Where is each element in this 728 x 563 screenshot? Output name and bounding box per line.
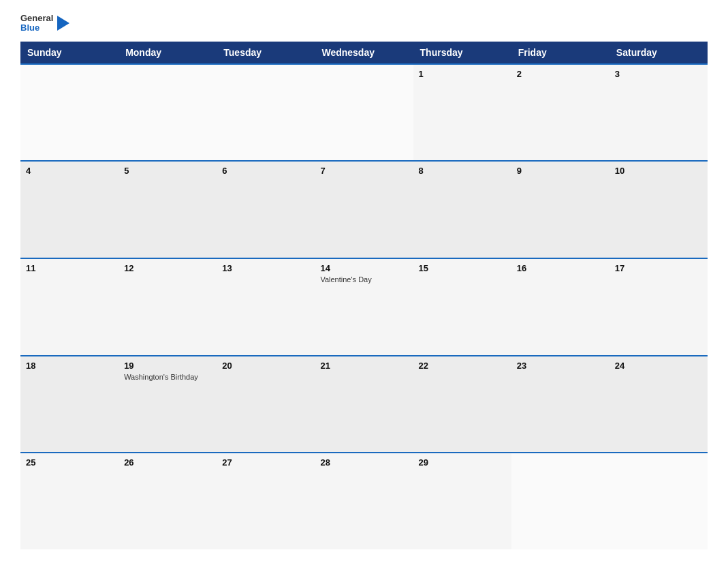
day-cell: 7 — [315, 162, 413, 258]
day-number: 5 — [124, 166, 211, 176]
header-friday: Friday — [511, 42, 610, 63]
day-number: 23 — [517, 361, 604, 371]
header-saturday: Saturday — [610, 42, 708, 63]
day-number: 27 — [222, 457, 309, 468]
day-cell: 2 — [511, 65, 610, 161]
day-number: 17 — [615, 263, 702, 273]
event-label: Washington's Birthday — [124, 372, 211, 382]
day-cell: 19Washington's Birthday — [118, 356, 217, 453]
day-number: 7 — [320, 166, 407, 176]
day-number: 16 — [517, 263, 604, 273]
day-number: 11 — [26, 263, 113, 273]
day-number: 26 — [124, 457, 211, 468]
day-number: 18 — [26, 361, 113, 371]
day-cell: 15 — [413, 259, 511, 355]
day-cell: 29 — [413, 453, 511, 549]
day-number: 9 — [517, 166, 604, 176]
day-number: 15 — [419, 263, 506, 273]
day-number: 3 — [615, 69, 702, 79]
day-cell: 13 — [217, 259, 315, 355]
day-cell: 3 — [610, 65, 708, 161]
day-cell — [610, 453, 708, 549]
logo-text: General Blue — [20, 14, 53, 33]
week-row-5: 2526272829 — [20, 452, 708, 549]
header-monday: Monday — [118, 42, 217, 63]
day-cell: 16 — [511, 259, 610, 355]
day-number: 6 — [222, 166, 309, 176]
event-label: Valentine's Day — [320, 275, 407, 284]
day-cell — [217, 65, 315, 161]
week-row-2: 45678910 — [20, 160, 708, 258]
day-cell: 11 — [20, 259, 118, 355]
header-sunday: Sunday — [20, 42, 118, 63]
day-cell: 8 — [413, 162, 511, 258]
day-cell: 14Valentine's Day — [315, 259, 413, 355]
day-cell: 12 — [118, 259, 217, 355]
day-cell: 23 — [511, 356, 610, 453]
day-number: 25 — [26, 457, 113, 468]
day-cell: 24 — [610, 356, 708, 453]
day-headers: Sunday Monday Tuesday Wednesday Thursday… — [20, 42, 708, 63]
logo-triangle-icon — [57, 16, 69, 31]
logo: General Blue — [20, 14, 69, 33]
day-number: 19 — [124, 361, 211, 371]
day-cell: 28 — [315, 453, 413, 549]
day-number: 4 — [26, 166, 113, 176]
day-number: 20 — [222, 361, 309, 371]
day-cell: 26 — [118, 453, 217, 549]
day-cell: 25 — [20, 453, 118, 549]
day-cell — [20, 65, 118, 161]
calendar-weeks: 1234567891011121314Valentine's Day151617… — [20, 63, 708, 549]
day-cell: 17 — [610, 259, 708, 355]
day-number: 14 — [320, 263, 407, 273]
logo-blue: Blue — [20, 23, 53, 33]
day-number: 22 — [419, 361, 506, 371]
day-number: 2 — [517, 69, 604, 79]
day-cell: 20 — [217, 356, 315, 453]
day-number: 24 — [615, 361, 702, 371]
day-cell: 4 — [20, 162, 118, 258]
day-cell: 21 — [315, 356, 413, 453]
day-number: 21 — [320, 361, 407, 371]
day-cell — [315, 65, 413, 161]
day-cell: 27 — [217, 453, 315, 549]
week-row-4: 1819Washington's Birthday2021222324 — [20, 355, 708, 453]
day-number: 29 — [419, 457, 506, 468]
day-cell: 5 — [118, 162, 217, 258]
header-wednesday: Wednesday — [315, 42, 413, 63]
day-cell — [118, 65, 217, 161]
day-cell: 18 — [20, 356, 118, 453]
day-cell: 9 — [511, 162, 610, 258]
day-number: 8 — [419, 166, 506, 176]
day-number: 12 — [124, 263, 211, 273]
day-number: 28 — [320, 457, 407, 468]
day-cell — [511, 453, 610, 549]
week-row-3: 11121314Valentine's Day151617 — [20, 258, 708, 355]
day-cell: 22 — [413, 356, 511, 453]
day-cell: 10 — [610, 162, 708, 258]
day-number: 13 — [222, 263, 309, 273]
day-cell: 6 — [217, 162, 315, 258]
day-cell: 1 — [413, 65, 511, 161]
day-number: 1 — [419, 69, 506, 79]
logo-general: General — [20, 14, 53, 23]
day-number: 10 — [615, 166, 702, 176]
calendar: Sunday Monday Tuesday Wednesday Thursday… — [20, 42, 708, 549]
header-thursday: Thursday — [413, 42, 511, 63]
header-tuesday: Tuesday — [217, 42, 315, 63]
page-header: General Blue — [20, 14, 708, 33]
week-row-1: 123 — [20, 63, 708, 161]
